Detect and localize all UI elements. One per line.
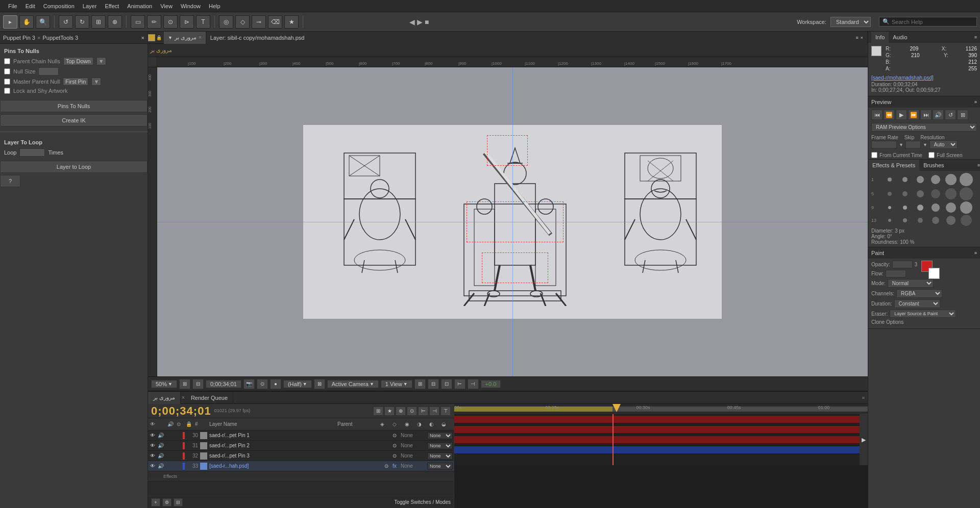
brush-5[interactable] bbox=[945, 174, 957, 185]
transparency-btn[interactable]: ⊠ bbox=[314, 379, 325, 389]
preview-type-dropdown[interactable]: RAM Preview Options bbox=[871, 123, 977, 132]
search-input[interactable] bbox=[892, 19, 973, 25]
brush-21[interactable] bbox=[918, 218, 923, 223]
anchor-tool[interactable]: ◎ bbox=[219, 15, 233, 29]
menu-file[interactable]: File bbox=[4, 2, 21, 10]
tl-tab-render[interactable]: Render Queue bbox=[186, 392, 233, 404]
pb-ram[interactable]: ⊞ bbox=[957, 110, 968, 120]
workspace-dropdown[interactable]: Standard bbox=[830, 17, 871, 27]
pb-prev-frame[interactable]: ⏪ bbox=[884, 110, 895, 120]
brush-8[interactable] bbox=[902, 191, 908, 196]
resolution-dropdown[interactable]: Auto bbox=[929, 140, 958, 149]
redo-btn[interactable]: ↻ bbox=[75, 15, 89, 29]
pins-to-nulls-btn[interactable]: Pins To Nulls bbox=[0, 100, 148, 112]
brush-19[interactable] bbox=[888, 219, 891, 222]
clone-tool[interactable]: ⊙ bbox=[163, 15, 178, 29]
snap-grid-btn[interactable]: ⊟ bbox=[192, 379, 204, 389]
brush-17[interactable] bbox=[946, 202, 956, 213]
pb-loop[interactable]: ↺ bbox=[945, 110, 956, 120]
duration-dropdown[interactable]: Constant bbox=[894, 299, 940, 308]
tl-layer-33[interactable]: 👁 🔊 33 [saed-r...hah.psd] ⊙ fx None None bbox=[148, 461, 454, 471]
opacity-input[interactable]: 3 % bbox=[892, 261, 913, 268]
fit-frame-btn[interactable]: ⊞ bbox=[179, 379, 190, 389]
menu-composition[interactable]: Composition bbox=[39, 2, 79, 10]
brush-14[interactable] bbox=[903, 206, 907, 210]
tl-right-arrow[interactable]: ▶ bbox=[860, 414, 868, 465]
menu-effect[interactable]: Effect bbox=[101, 2, 123, 10]
loop-input[interactable] bbox=[19, 148, 45, 157]
master-parent-checkbox[interactable] bbox=[4, 79, 10, 85]
undo-btn[interactable]: ↺ bbox=[59, 15, 73, 29]
channels-dropdown[interactable]: RGBA bbox=[896, 289, 942, 298]
background-color[interactable] bbox=[928, 268, 940, 279]
brush-4[interactable] bbox=[931, 175, 940, 184]
flow-input[interactable]: 0 % bbox=[886, 270, 906, 277]
text-tool[interactable]: T bbox=[196, 15, 210, 29]
brush-9[interactable] bbox=[917, 190, 924, 197]
tl-vis-30[interactable]: 👁 bbox=[149, 433, 156, 438]
tl-add-layer[interactable]: + bbox=[151, 498, 160, 506]
eraser-tool[interactable]: ⌫ bbox=[268, 15, 282, 29]
comp-tab-main[interactable]: ▼ مروری بر × bbox=[164, 32, 206, 44]
top-down-btn[interactable]: Top Down bbox=[63, 57, 93, 65]
tl-audio-33[interactable]: 🔊 bbox=[157, 463, 164, 469]
skip-input[interactable]: 0 bbox=[905, 141, 921, 148]
layer-to-loop-btn[interactable]: Layer to Loop bbox=[0, 161, 148, 173]
color-channels-btn[interactable]: ⊙ bbox=[257, 379, 268, 389]
brush-3[interactable] bbox=[917, 176, 924, 183]
first-pin-btn[interactable]: First Pin bbox=[63, 78, 88, 86]
tl-settings[interactable]: ⚙ bbox=[162, 498, 172, 506]
pen-tool[interactable]: ✏ bbox=[147, 15, 161, 29]
tl-fx-33[interactable]: fx bbox=[393, 463, 400, 469]
panel-close-btn[interactable]: × bbox=[141, 35, 144, 41]
tl-ctrl3[interactable]: ⊕ bbox=[396, 407, 406, 416]
menu-animation[interactable]: Animation bbox=[123, 2, 156, 10]
lock-shy-checkbox[interactable] bbox=[4, 88, 10, 94]
tl-ctrl6[interactable]: ⊣ bbox=[429, 407, 439, 416]
dropdown-icon[interactable]: ▼ bbox=[96, 57, 106, 65]
pb-first-frame[interactable]: ⏮ bbox=[871, 110, 883, 120]
brush-1[interactable] bbox=[888, 177, 892, 182]
brush-15[interactable] bbox=[917, 205, 923, 211]
eraser-dropdown[interactable]: Layer Source & Paint bbox=[890, 310, 956, 318]
dropdown-icon2[interactable]: ▼ bbox=[91, 78, 101, 86]
camera-btn[interactable]: 📷 bbox=[243, 379, 255, 389]
shape-tool[interactable]: ◇ bbox=[235, 15, 250, 29]
paint-menu-btn[interactable]: ≡ bbox=[974, 250, 977, 256]
rect-tool[interactable]: ▭ bbox=[131, 15, 145, 29]
brush-22[interactable] bbox=[932, 217, 939, 224]
info-menu-btn[interactable]: ≡ bbox=[974, 35, 977, 40]
menu-window[interactable]: Window bbox=[177, 2, 205, 10]
tl-layer-31[interactable]: 👁 🔊 31 saed-r/...pet Pin 2 ⊙ None None bbox=[148, 441, 454, 451]
color-space-btn[interactable]: ● bbox=[270, 379, 281, 389]
hand-tool[interactable]: ✋ bbox=[19, 15, 34, 29]
tl-audio-32[interactable]: 🔊 bbox=[157, 453, 164, 459]
tl-parent-select-30[interactable]: None bbox=[427, 432, 453, 439]
pb-next-frame[interactable]: ⏩ bbox=[908, 110, 919, 120]
tl-parent-select-33[interactable]: None bbox=[427, 463, 453, 470]
viewer-menu-btn[interactable]: ≡ bbox=[855, 35, 858, 40]
fr-dropdown-icon[interactable]: ▼ bbox=[899, 142, 903, 147]
camera-dropdown[interactable]: ▼ bbox=[370, 382, 374, 387]
menu-edit[interactable]: Edit bbox=[21, 2, 39, 10]
view-option3[interactable]: ⊡ bbox=[441, 379, 452, 389]
brush-16[interactable] bbox=[932, 204, 940, 212]
tl-parent-icon-32[interactable]: ⊙ bbox=[393, 453, 400, 459]
tl-vis-32[interactable]: 👁 bbox=[149, 453, 156, 459]
tl-ctrl1[interactable]: ⊞ bbox=[373, 407, 383, 416]
brush-6[interactable] bbox=[960, 173, 973, 186]
grid-btn[interactable]: ⊞ bbox=[91, 15, 106, 29]
brush-18[interactable] bbox=[960, 201, 972, 214]
viewer-close-btn[interactable]: × bbox=[861, 35, 863, 40]
brush-10[interactable] bbox=[931, 189, 940, 198]
create-ik-btn[interactable]: Create IK bbox=[0, 114, 148, 126]
resolution-dropdown[interactable]: ▼ bbox=[303, 382, 307, 387]
pb-last-frame[interactable]: ⏭ bbox=[920, 110, 932, 120]
tl-vis-33[interactable]: 👁 bbox=[149, 463, 156, 469]
null-size-checkbox[interactable] bbox=[4, 68, 10, 74]
tl-tab-main[interactable]: مروری بر bbox=[148, 392, 181, 404]
snap-btn[interactable]: ⊕ bbox=[108, 15, 122, 29]
brush-12[interactable] bbox=[960, 187, 973, 200]
full-screen-checkbox[interactable] bbox=[928, 152, 935, 158]
brush-20[interactable] bbox=[903, 218, 907, 222]
